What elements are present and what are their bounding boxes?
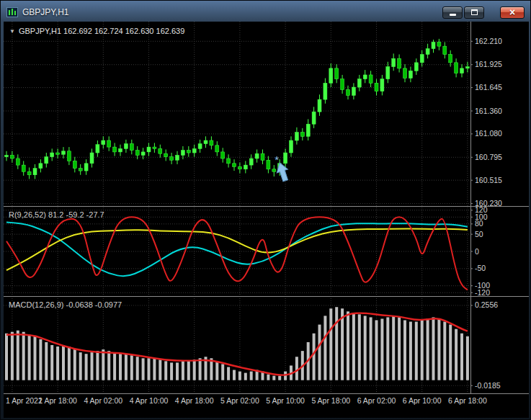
time-axis-label: 6 Apr 18:00 xyxy=(448,396,487,405)
macd-histogram xyxy=(5,307,469,380)
macd-axis: 0.2556-0.0185 xyxy=(470,300,501,389)
r-line-slow xyxy=(6,222,468,276)
time-axis-label: 6 Apr 02:00 xyxy=(357,396,396,405)
macd-indicator-label: MACD(12,26,9) -0.0638 -0.0977 xyxy=(9,300,122,309)
axis-label: 0.2556 xyxy=(475,300,498,309)
candlesticks xyxy=(5,39,470,179)
close-button[interactable]: × xyxy=(500,6,525,19)
collapse-arrow-icon[interactable]: ▼ xyxy=(9,28,15,35)
axis-label: -120 xyxy=(475,288,490,297)
time-axis-label: 5 Apr 10:00 xyxy=(266,396,305,405)
r-line-signal xyxy=(6,229,468,271)
axis-label: -50 xyxy=(475,264,486,272)
time-axis-label: 1 Apr 18:00 xyxy=(38,396,77,405)
time-axis: 1 Apr 20221 Apr 18:004 Apr 02:004 Apr 10… xyxy=(6,396,487,405)
time-axis-label: 1 Apr 2022 xyxy=(6,396,43,405)
minimize-button[interactable] xyxy=(442,6,463,19)
r-indicator-lines xyxy=(6,217,468,290)
axis-label: 162.210 xyxy=(475,37,502,45)
axis-label: 0 xyxy=(475,247,479,256)
r-line-fast xyxy=(6,217,468,290)
candlestick-chart-icon xyxy=(6,7,18,17)
time-axis-label: 5 Apr 02:00 xyxy=(220,396,259,405)
star-annotation[interactable]: * xyxy=(275,153,279,166)
axis-label: 80 xyxy=(475,219,483,228)
window-title: GBPJPY,H1 xyxy=(22,7,68,17)
window-controls: × xyxy=(442,6,525,19)
price-axis: 162.210161.925161.645161.360161.080160.7… xyxy=(470,37,502,207)
time-axis-label: 4 Apr 10:00 xyxy=(130,396,169,405)
axis-label: 160.795 xyxy=(475,153,502,161)
axis-label: -0.0185 xyxy=(475,381,501,390)
minimize-icon xyxy=(450,14,456,16)
time-axis-label: 5 Apr 18:00 xyxy=(311,396,350,405)
axis-label: 160.515 xyxy=(475,176,502,184)
title-bar[interactable]: GBPJPY,H1 × xyxy=(4,3,527,22)
ohlc-text: GBPJPY,H1 162.692 162.724 162.630 162.63… xyxy=(19,27,184,35)
time-axis-label: 4 Apr 02:00 xyxy=(84,396,122,405)
axis-label: 161.925 xyxy=(475,60,502,68)
symbol-ohlc-line: ▼GBPJPY,H1 162.692 162.724 162.630 162.6… xyxy=(9,27,184,35)
axis-label: 161.080 xyxy=(475,129,502,138)
chart-canvas[interactable]: 162.210161.925161.645161.360161.080160.7… xyxy=(4,22,529,418)
axis-label: 161.360 xyxy=(475,107,502,115)
chart-window: GBPJPY,H1 × 162.210161.925161.645161.360… xyxy=(0,0,531,420)
maximize-icon xyxy=(471,9,478,15)
maximize-button[interactable] xyxy=(464,6,484,19)
chart-area[interactable]: 162.210161.925161.645161.360161.080160.7… xyxy=(4,22,529,418)
r-axis: 12010080500-50-100-120 xyxy=(470,205,490,296)
close-icon: × xyxy=(509,7,515,17)
r-indicator-label: R(9,26,52) 81.2 -59.2 -27.7 xyxy=(9,210,104,219)
axis-label: 50 xyxy=(475,230,483,238)
axis-label: 161.645 xyxy=(475,83,502,91)
time-axis-label: 4 Apr 18:00 xyxy=(175,396,214,405)
time-axis-label: 6 Apr 10:00 xyxy=(403,396,442,405)
